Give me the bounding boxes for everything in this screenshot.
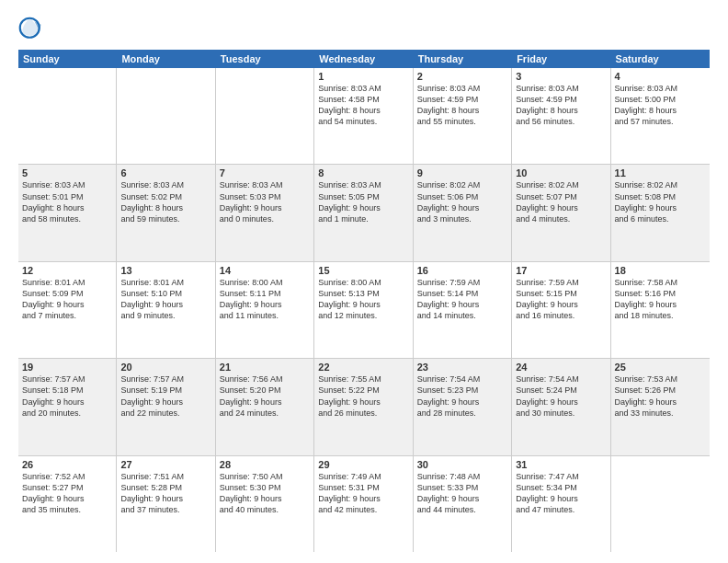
calendar-cell: 31Sunrise: 7:47 AM Sunset: 5:34 PM Dayli… — [512, 456, 610, 552]
header-day-monday: Monday — [117, 50, 215, 68]
header-day-sunday: Sunday — [18, 50, 117, 68]
day-number: 15 — [318, 265, 408, 276]
day-info: Sunrise: 8:03 AM Sunset: 5:01 PM Dayligh… — [22, 179, 112, 224]
day-number: 19 — [22, 362, 112, 373]
day-number: 28 — [220, 459, 310, 470]
day-number: 11 — [615, 167, 706, 178]
calendar-cell: 20Sunrise: 7:57 AM Sunset: 5:19 PM Dayli… — [117, 359, 215, 454]
calendar-cell: 14Sunrise: 8:00 AM Sunset: 5:11 PM Dayli… — [216, 262, 314, 358]
day-number: 22 — [318, 362, 408, 373]
day-number: 27 — [120, 459, 210, 470]
day-number: 13 — [120, 265, 210, 276]
day-number: 8 — [318, 167, 408, 178]
calendar-cell — [216, 68, 314, 164]
header-day-tuesday: Tuesday — [216, 50, 314, 68]
day-info: Sunrise: 7:55 AM Sunset: 5:22 PM Dayligh… — [318, 373, 408, 419]
calendar-cell: 29Sunrise: 7:49 AM Sunset: 5:31 PM Dayli… — [314, 456, 413, 552]
calendar-cell: 9Sunrise: 8:02 AM Sunset: 5:06 PM Daylig… — [414, 165, 512, 260]
day-info: Sunrise: 8:01 AM Sunset: 5:10 PM Dayligh… — [120, 277, 210, 322]
day-info: Sunrise: 8:03 AM Sunset: 5:00 PM Dayligh… — [615, 83, 706, 128]
day-info: Sunrise: 7:54 AM Sunset: 5:24 PM Dayligh… — [516, 373, 606, 419]
day-info: Sunrise: 7:48 AM Sunset: 5:33 PM Dayligh… — [417, 471, 507, 516]
calendar-cell: 18Sunrise: 7:58 AM Sunset: 5:16 PM Dayli… — [611, 262, 710, 358]
page: SundayMondayTuesdayWednesdayThursdayFrid… — [0, 0, 728, 563]
day-number: 31 — [516, 459, 606, 470]
day-info: Sunrise: 7:47 AM Sunset: 5:34 PM Dayligh… — [516, 471, 606, 516]
calendar-row-2: 5Sunrise: 8:03 AM Sunset: 5:01 PM Daylig… — [18, 165, 710, 261]
calendar-row-4: 19Sunrise: 7:57 AM Sunset: 5:18 PM Dayli… — [18, 359, 710, 455]
calendar-row-3: 12Sunrise: 8:01 AM Sunset: 5:09 PM Dayli… — [18, 262, 710, 359]
day-info: Sunrise: 7:59 AM Sunset: 5:14 PM Dayligh… — [417, 277, 507, 322]
calendar-cell: 8Sunrise: 8:03 AM Sunset: 5:05 PM Daylig… — [314, 165, 413, 260]
day-number: 18 — [615, 265, 706, 276]
day-info: Sunrise: 7:49 AM Sunset: 5:31 PM Dayligh… — [318, 471, 408, 516]
calendar-header: SundayMondayTuesdayWednesdayThursdayFrid… — [18, 50, 710, 68]
header-day-friday: Friday — [512, 50, 610, 68]
day-info: Sunrise: 7:57 AM Sunset: 5:19 PM Dayligh… — [120, 373, 210, 419]
calendar-row-1: 1Sunrise: 8:03 AM Sunset: 4:58 PM Daylig… — [18, 68, 710, 165]
day-info: Sunrise: 7:59 AM Sunset: 5:15 PM Dayligh… — [516, 277, 606, 322]
calendar-cell: 5Sunrise: 8:03 AM Sunset: 5:01 PM Daylig… — [18, 165, 117, 260]
calendar-cell: 27Sunrise: 7:51 AM Sunset: 5:28 PM Dayli… — [117, 456, 215, 552]
calendar: SundayMondayTuesdayWednesdayThursdayFrid… — [18, 50, 710, 552]
day-info: Sunrise: 7:51 AM Sunset: 5:28 PM Dayligh… — [120, 471, 210, 516]
day-number: 9 — [417, 167, 507, 178]
day-info: Sunrise: 7:58 AM Sunset: 5:16 PM Dayligh… — [615, 277, 706, 322]
day-info: Sunrise: 8:02 AM Sunset: 5:07 PM Dayligh… — [516, 179, 606, 224]
day-number: 21 — [220, 362, 310, 373]
calendar-cell: 1Sunrise: 8:03 AM Sunset: 4:58 PM Daylig… — [314, 68, 413, 164]
calendar-cell: 7Sunrise: 8:03 AM Sunset: 5:03 PM Daylig… — [216, 165, 314, 260]
day-info: Sunrise: 7:57 AM Sunset: 5:18 PM Dayligh… — [22, 373, 112, 419]
day-number: 12 — [22, 265, 112, 276]
header-day-wednesday: Wednesday — [314, 50, 413, 68]
day-info: Sunrise: 8:03 AM Sunset: 4:59 PM Dayligh… — [516, 83, 606, 128]
day-number: 7 — [220, 167, 310, 178]
calendar-cell: 16Sunrise: 7:59 AM Sunset: 5:14 PM Dayli… — [414, 262, 512, 358]
day-info: Sunrise: 7:50 AM Sunset: 5:30 PM Dayligh… — [220, 471, 310, 516]
calendar-cell: 13Sunrise: 8:01 AM Sunset: 5:10 PM Dayli… — [117, 262, 215, 358]
day-number: 17 — [516, 265, 606, 276]
calendar-cell — [117, 68, 215, 164]
calendar-cell: 22Sunrise: 7:55 AM Sunset: 5:22 PM Dayli… — [314, 359, 413, 454]
calendar-cell: 17Sunrise: 7:59 AM Sunset: 5:15 PM Dayli… — [512, 262, 610, 358]
day-number: 3 — [516, 71, 606, 82]
day-number: 30 — [417, 459, 507, 470]
day-info: Sunrise: 8:01 AM Sunset: 5:09 PM Dayligh… — [22, 277, 112, 322]
day-number: 2 — [417, 71, 507, 82]
day-info: Sunrise: 8:00 AM Sunset: 5:11 PM Dayligh… — [220, 277, 310, 322]
header-day-thursday: Thursday — [414, 50, 512, 68]
calendar-cell: 6Sunrise: 8:03 AM Sunset: 5:02 PM Daylig… — [117, 165, 215, 260]
calendar-cell: 3Sunrise: 8:03 AM Sunset: 4:59 PM Daylig… — [512, 68, 610, 164]
day-info: Sunrise: 8:02 AM Sunset: 5:06 PM Dayligh… — [417, 179, 507, 224]
calendar-cell: 26Sunrise: 7:52 AM Sunset: 5:27 PM Dayli… — [18, 456, 117, 552]
calendar-cell: 24Sunrise: 7:54 AM Sunset: 5:24 PM Dayli… — [512, 359, 610, 454]
logo-icon — [18, 17, 44, 42]
day-info: Sunrise: 7:56 AM Sunset: 5:20 PM Dayligh… — [220, 373, 310, 419]
day-number: 24 — [516, 362, 606, 373]
calendar-cell: 19Sunrise: 7:57 AM Sunset: 5:18 PM Dayli… — [18, 359, 117, 454]
calendar-cell: 23Sunrise: 7:54 AM Sunset: 5:23 PM Dayli… — [414, 359, 512, 454]
header — [18, 17, 710, 42]
day-number: 16 — [417, 265, 507, 276]
day-info: Sunrise: 8:03 AM Sunset: 4:59 PM Dayligh… — [417, 83, 507, 128]
day-number: 20 — [120, 362, 210, 373]
day-info: Sunrise: 8:02 AM Sunset: 5:08 PM Dayligh… — [615, 179, 706, 224]
day-info: Sunrise: 7:54 AM Sunset: 5:23 PM Dayligh… — [417, 373, 507, 419]
day-info: Sunrise: 8:03 AM Sunset: 5:02 PM Dayligh… — [120, 179, 210, 224]
calendar-body: 1Sunrise: 8:03 AM Sunset: 4:58 PM Daylig… — [18, 68, 710, 552]
day-info: Sunrise: 7:53 AM Sunset: 5:26 PM Dayligh… — [615, 373, 706, 419]
day-info: Sunrise: 8:03 AM Sunset: 4:58 PM Dayligh… — [318, 83, 408, 128]
calendar-cell — [611, 456, 710, 552]
calendar-cell: 12Sunrise: 8:01 AM Sunset: 5:09 PM Dayli… — [18, 262, 117, 358]
day-number: 4 — [615, 71, 706, 82]
calendar-cell: 11Sunrise: 8:02 AM Sunset: 5:08 PM Dayli… — [611, 165, 710, 260]
calendar-cell: 21Sunrise: 7:56 AM Sunset: 5:20 PM Dayli… — [216, 359, 314, 454]
calendar-cell: 30Sunrise: 7:48 AM Sunset: 5:33 PM Dayli… — [414, 456, 512, 552]
day-number: 26 — [22, 459, 112, 470]
day-number: 6 — [120, 167, 210, 178]
logo — [18, 17, 48, 42]
calendar-cell — [18, 68, 117, 164]
day-info: Sunrise: 8:00 AM Sunset: 5:13 PM Dayligh… — [318, 277, 408, 322]
calendar-cell: 28Sunrise: 7:50 AM Sunset: 5:30 PM Dayli… — [216, 456, 314, 552]
calendar-cell: 25Sunrise: 7:53 AM Sunset: 5:26 PM Dayli… — [611, 359, 710, 454]
